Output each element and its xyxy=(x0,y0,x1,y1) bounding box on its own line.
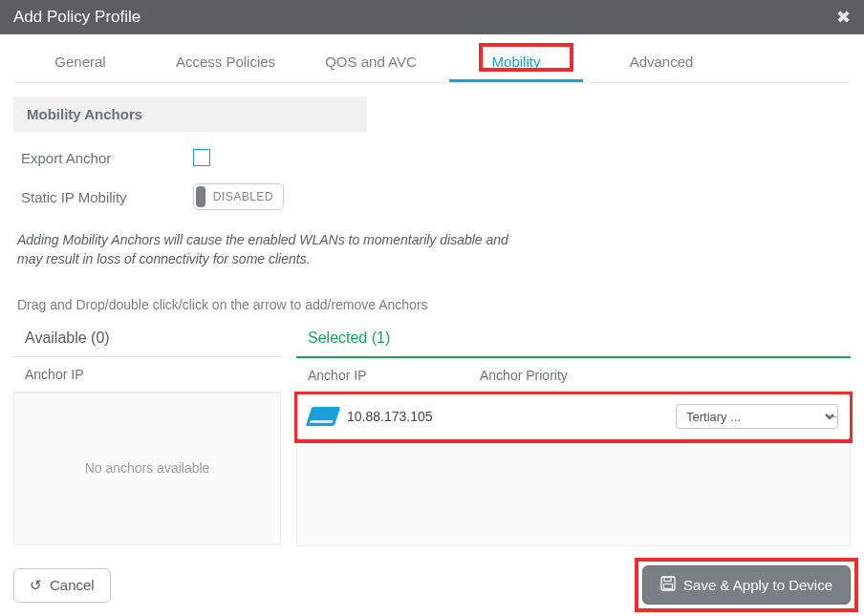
section-mobility-anchors: Mobility Anchors xyxy=(13,96,367,132)
selected-column: Selected (1) Anchor IP Anchor Priority 1… xyxy=(296,322,851,546)
static-ip-mobility-toggle[interactable]: DISABLED xyxy=(193,183,284,210)
anchor-row[interactable]: 10.88.173.105 Tertiary ... ← xyxy=(297,394,850,438)
close-icon[interactable]: ✖ xyxy=(836,7,851,28)
tab-general[interactable]: General xyxy=(13,48,147,82)
anchor-ip-value: 10.88.173.105 xyxy=(347,409,490,424)
selected-heading: Selected (1) xyxy=(296,322,851,358)
export-anchor-label: Export Anchor xyxy=(21,150,193,166)
toggle-text: DISABLED xyxy=(213,190,273,203)
tab-qos-avc[interactable]: QOS and AVC xyxy=(304,48,438,82)
cancel-button[interactable]: ↺ Cancel xyxy=(13,568,111,603)
tab-bar: General Access Policies QOS and AVC Mobi… xyxy=(13,34,851,83)
available-list[interactable]: No anchors available xyxy=(13,393,281,545)
mobility-anchor-note: Adding Mobility Anchors will cause the e… xyxy=(17,231,514,268)
tab-advanced[interactable]: Advanced xyxy=(594,48,728,82)
toggle-knob xyxy=(196,186,205,207)
save-label: Save & Apply to Device xyxy=(683,577,832,593)
available-column: Available (0) Anchor IP No anchors avail… xyxy=(13,322,281,546)
tab-access-policies[interactable]: Access Policies xyxy=(159,48,292,82)
modal-title: Add Policy Profile xyxy=(13,8,140,27)
available-empty: No anchors available xyxy=(14,393,280,476)
save-apply-button[interactable]: Save & Apply to Device xyxy=(642,565,851,605)
undo-icon: ↺ xyxy=(30,577,42,594)
available-col-anchor-ip: Anchor IP xyxy=(13,357,95,392)
export-anchor-checkbox[interactable] xyxy=(193,149,210,166)
save-icon xyxy=(660,576,676,594)
selected-list[interactable]: 10.88.173.105 Tertiary ... ← xyxy=(296,393,851,546)
selected-col-anchor-priority: Anchor Priority xyxy=(468,358,579,393)
available-heading: Available (0) xyxy=(13,322,281,357)
static-ip-mobility-label: Static IP Mobility xyxy=(21,189,193,205)
selected-col-anchor-ip: Anchor IP xyxy=(296,358,468,393)
svg-rect-2 xyxy=(664,584,673,589)
anchor-priority-select[interactable]: Tertiary ... xyxy=(676,404,838,429)
cancel-label: Cancel xyxy=(50,577,95,593)
remove-anchor-arrow-icon[interactable]: ← xyxy=(825,408,840,425)
tab-mobility[interactable]: Mobility xyxy=(449,48,583,82)
device-icon xyxy=(306,407,340,426)
drag-drop-hint: Drag and Drop/double click/click on the … xyxy=(17,297,847,312)
svg-rect-1 xyxy=(664,578,671,582)
